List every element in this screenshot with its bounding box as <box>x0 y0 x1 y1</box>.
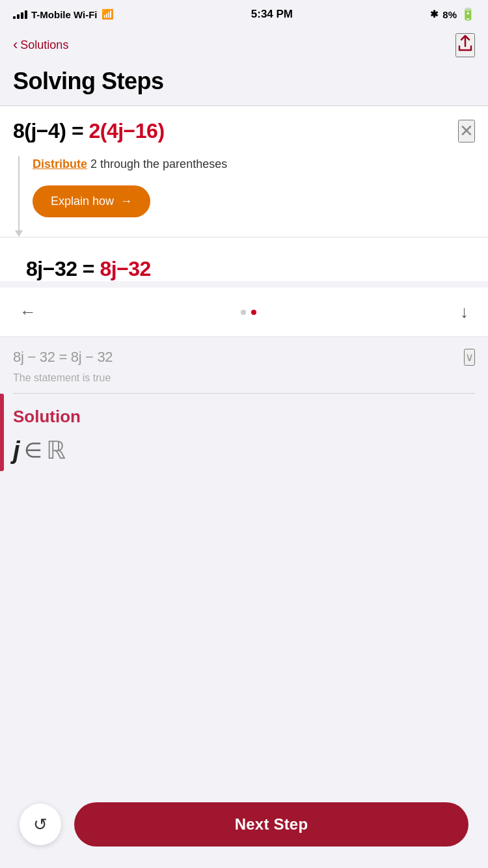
eq-paren-close: ) <box>59 119 66 142</box>
page-title-section: Solving Steps <box>0 61 488 106</box>
step-content: Distribute 2 through the parentheses Exp… <box>13 156 475 230</box>
summary-subtitle: The statement is true <box>0 370 488 393</box>
battery-icon: 🔋 <box>461 7 475 21</box>
result-left: 8j−32 <box>26 257 77 280</box>
explain-how-button[interactable]: Explain how → <box>33 185 150 217</box>
eq-coeff-8: 8 <box>13 119 24 142</box>
eq-paren-open: ( <box>24 119 31 142</box>
solution-section: Solution j ∈ ℝ <box>0 394 488 471</box>
wifi-icon: 📶 <box>102 8 114 20</box>
solution-set-symbol: ℝ <box>46 436 67 465</box>
step-card: 8(j−4) = 2(4j−16) ✕ Distribute 2 through… <box>0 106 488 237</box>
pagination-dots <box>241 310 256 315</box>
battery-text: 8% <box>442 9 457 20</box>
undo-icon: ↺ <box>33 815 47 835</box>
next-step-button[interactable]: Next Step <box>74 802 468 847</box>
prev-step-button[interactable]: ← <box>16 298 40 326</box>
carrier-text: T-Mobile Wi-Fi <box>31 9 98 20</box>
eq-red-part: 2(4j−16) <box>88 119 164 142</box>
chevron-left-icon: ‹ <box>13 36 18 53</box>
step-description: Distribute 2 through the parentheses <box>33 156 475 172</box>
bluetooth-icon: ✱ <box>430 8 439 20</box>
back-label: Solutions <box>20 38 68 52</box>
carrier-info: T-Mobile Wi-Fi 📶 <box>13 8 114 20</box>
summary-row: 8j − 32 = 8j − 32 ∨ <box>0 337 488 370</box>
close-button[interactable]: ✕ <box>458 120 475 142</box>
result-equation: 8j−32 = 8j−32 <box>26 257 462 281</box>
down-arrow-icon: ↓ <box>460 302 468 321</box>
solution-wrapper: Solution j ∈ ℝ <box>0 394 488 471</box>
nav-controls: ← ↓ <box>0 288 488 337</box>
battery-info: ✱ 8% 🔋 <box>430 7 475 21</box>
undo-button[interactable]: ↺ <box>20 804 61 845</box>
eq-equals: = <box>72 119 83 142</box>
explain-how-label: Explain how <box>51 195 114 208</box>
eq-var-j: j <box>31 119 36 142</box>
solution-var: j <box>13 437 21 465</box>
left-accent-bar <box>0 394 4 471</box>
back-button[interactable]: ‹ Solutions <box>13 36 68 53</box>
next-step-nav-button[interactable]: ↓ <box>456 298 472 326</box>
distribute-link[interactable]: Distribute <box>33 157 87 170</box>
solution-in-symbol: ∈ <box>24 438 44 463</box>
signal-icon <box>13 10 27 19</box>
result-right: 8j−32 <box>100 257 150 280</box>
eq-minus-1: − <box>36 119 48 142</box>
share-icon <box>457 34 474 53</box>
status-time: 5:34 PM <box>251 8 293 21</box>
nav-bar: ‹ Solutions <box>0 29 488 61</box>
result-row: 8j−32 = 8j−32 <box>0 237 488 281</box>
arrow-right-icon: → <box>120 195 132 208</box>
chevron-down-icon: ∨ <box>465 351 474 364</box>
solution-label: Solution <box>13 407 475 427</box>
chevron-down-button[interactable]: ∨ <box>464 349 475 366</box>
left-arrow-icon: ← <box>20 302 36 321</box>
pagination-dot-1 <box>241 310 246 315</box>
status-bar: T-Mobile Wi-Fi 📶 5:34 PM ✱ 8% 🔋 <box>0 0 488 29</box>
lower-section: 8j − 32 = 8j − 32 ∨ The statement is tru… <box>0 337 488 471</box>
equation-row: 8(j−4) = 2(4j−16) ✕ <box>13 119 475 143</box>
step-line <box>18 156 20 230</box>
summary-equation: 8j − 32 = 8j − 32 <box>13 349 113 366</box>
bottom-bar: ↺ Next Step <box>0 790 488 868</box>
page-title: Solving Steps <box>13 68 475 95</box>
share-button[interactable] <box>455 33 475 57</box>
eq-num-4: 4 <box>48 119 59 142</box>
result-equals: = <box>83 257 94 280</box>
step-body: Distribute 2 through the parentheses Exp… <box>33 156 475 230</box>
step-description-text: 2 through the parentheses <box>87 157 227 170</box>
pagination-dot-2 <box>251 310 256 315</box>
solution-math: j ∈ ℝ <box>13 436 475 465</box>
main-equation: 8(j−4) = 2(4j−16) <box>13 119 165 143</box>
